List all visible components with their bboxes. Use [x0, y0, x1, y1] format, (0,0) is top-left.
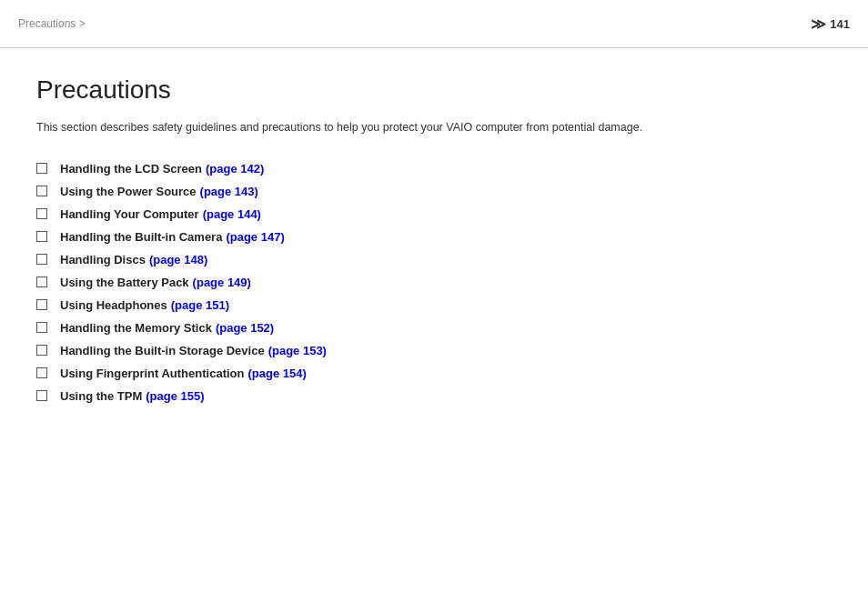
checkbox-icon — [36, 231, 47, 242]
item-page-link[interactable]: (page 142) — [206, 162, 264, 176]
toc-list: Handling the LCD Screen (page 142)Using … — [36, 162, 832, 403]
list-item: Using Fingerprint Authentication (page 1… — [36, 367, 832, 380]
list-item: Handling Discs (page 148) — [36, 253, 832, 266]
item-label: Using Headphones — [60, 298, 167, 312]
list-item: Using the Battery Pack (page 149) — [36, 276, 832, 289]
item-page-link[interactable]: (page 151) — [171, 298, 229, 312]
item-label: Handling the Built-in Storage Device — [60, 344, 265, 357]
page-number-area: ≫ 141 — [811, 15, 850, 33]
checkbox-icon — [36, 345, 47, 356]
item-label: Using the Power Source — [60, 185, 197, 198]
checkbox-icon — [36, 367, 47, 378]
checkbox-icon — [36, 208, 47, 219]
item-label: Handling the LCD Screen — [60, 162, 202, 176]
checkbox-icon — [36, 322, 47, 333]
item-page-link[interactable]: (page 144) — [203, 207, 261, 221]
item-page-link[interactable]: (page 149) — [193, 276, 251, 289]
breadcrumb: Precautions > — [18, 17, 86, 30]
description: This section describes safety guidelines… — [36, 119, 832, 136]
checkbox-icon — [36, 163, 47, 174]
list-item: Handling the Built-in Storage Device (pa… — [36, 344, 832, 357]
item-page-link[interactable]: (page 155) — [146, 389, 204, 403]
breadcrumb-text: Precautions > — [18, 17, 86, 30]
checkbox-icon — [36, 299, 47, 310]
list-item: Handling the Memory Stick (page 152) — [36, 321, 832, 335]
main-content: Precautions This section describes safet… — [0, 48, 868, 439]
item-label: Using Fingerprint Authentication — [60, 367, 244, 380]
item-label: Handling the Built-in Camera — [60, 230, 222, 244]
item-page-link[interactable]: (page 147) — [226, 230, 284, 244]
list-item: Handling Your Computer (page 144) — [36, 207, 832, 221]
arrow-icon: ≫ — [811, 15, 826, 33]
item-label: Using the TPM — [60, 389, 142, 403]
item-page-link[interactable]: (page 152) — [216, 321, 274, 335]
item-label: Handling the Memory Stick — [60, 321, 212, 335]
item-label: Handling Discs — [60, 253, 146, 266]
item-label: Handling Your Computer — [60, 207, 199, 221]
page-title: Precautions — [36, 75, 832, 105]
item-page-link[interactable]: (page 148) — [149, 253, 207, 266]
item-page-link[interactable]: (page 143) — [200, 185, 258, 198]
item-page-link[interactable]: (page 153) — [268, 344, 327, 357]
list-item: Handling the LCD Screen (page 142) — [36, 162, 832, 176]
list-item: Using the TPM (page 155) — [36, 389, 832, 403]
item-page-link[interactable]: (page 154) — [247, 367, 306, 380]
top-bar: Precautions > ≫ 141 — [0, 0, 868, 48]
checkbox-icon — [36, 276, 47, 287]
checkbox-icon — [36, 390, 47, 401]
list-item: Using the Power Source (page 143) — [36, 185, 832, 198]
list-item: Handling the Built-in Camera (page 147) — [36, 230, 832, 244]
page-number: 141 — [830, 17, 850, 31]
checkbox-icon — [36, 254, 47, 265]
checkbox-icon — [36, 186, 47, 196]
item-label: Using the Battery Pack — [60, 276, 189, 289]
list-item: Using Headphones (page 151) — [36, 298, 832, 312]
